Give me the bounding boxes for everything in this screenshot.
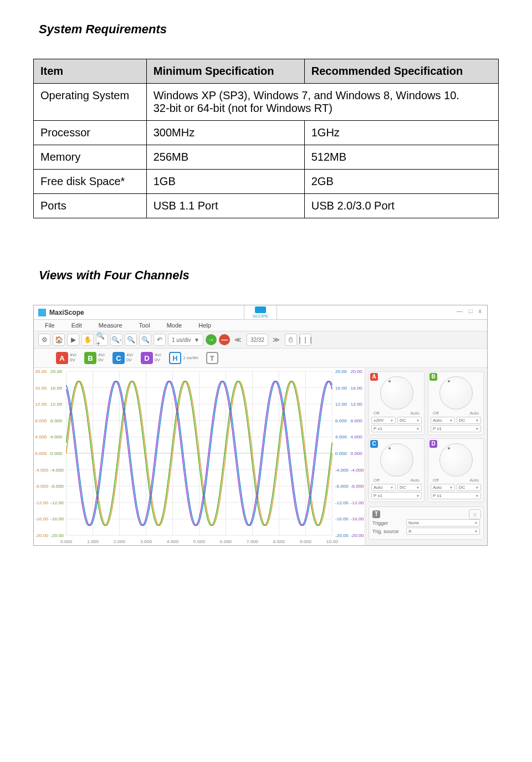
knob-a-dial[interactable] bbox=[380, 376, 413, 410]
knob-c[interactable]: C OffAuto AutoDC P x1 bbox=[369, 438, 424, 502]
home-icon[interactable]: 🏠 bbox=[53, 334, 65, 346]
svg-text:8.000: 8.000 bbox=[35, 418, 47, 423]
ch-c-o: 0V bbox=[126, 358, 133, 363]
svg-text:0.000: 0.000 bbox=[335, 451, 347, 456]
plot-area[interactable]: 20.0020.0020.0020.0016.0016.0016.0016.00… bbox=[34, 368, 365, 545]
auto-label: Auto bbox=[411, 478, 420, 483]
sel-a-couple[interactable]: DC bbox=[397, 417, 422, 424]
menu-help[interactable]: Help bbox=[198, 322, 211, 329]
sel-c-probe[interactable]: P x1 bbox=[371, 492, 422, 499]
stop-button[interactable]: — bbox=[219, 334, 230, 345]
sel-b-range[interactable]: Auto bbox=[431, 417, 455, 424]
knob-b-dial[interactable] bbox=[439, 376, 473, 410]
toolbar: ⚙ 🏠 ▶ ✋ 🔍+ 🔍- 🔍 🔍 ↶ 1 us/div ▼ → — ≪ 32/… bbox=[34, 331, 487, 349]
menu-measure[interactable]: Measure bbox=[99, 322, 122, 329]
svg-text:-8.000: -8.000 bbox=[335, 484, 349, 489]
scope-tab[interactable]: SCOPE bbox=[244, 305, 277, 320]
svg-text:12.00: 12.00 bbox=[335, 402, 347, 407]
snapshot-icon[interactable]: ⎙ bbox=[285, 334, 297, 346]
sel-a-probe[interactable]: P x1 bbox=[371, 425, 422, 432]
os-line2: 32-bit or 64-bit (not for Windows RT) bbox=[154, 102, 332, 114]
cursor-icon[interactable]: ▶ bbox=[67, 334, 79, 346]
channel-c-icon: C bbox=[112, 352, 125, 364]
timebase-select[interactable]: 1 us/div ▼ bbox=[168, 334, 203, 346]
cell-disk-rec: 2GB bbox=[304, 170, 498, 194]
svg-text:-8.000: -8.000 bbox=[350, 484, 364, 489]
knob-c-label: C bbox=[370, 440, 378, 448]
cell-os-item: Operating System bbox=[34, 84, 147, 121]
svg-text:-8.000: -8.000 bbox=[35, 484, 49, 489]
th-rec: Recommended Specification bbox=[304, 59, 498, 84]
run-button[interactable]: → bbox=[206, 334, 217, 345]
menu-tool[interactable]: Tool bbox=[139, 322, 150, 329]
channel-chip-a[interactable]: A 4V/0V bbox=[56, 352, 76, 364]
off-label: Off bbox=[433, 478, 439, 483]
channel-a-icon: A bbox=[56, 352, 68, 364]
settings-icon[interactable]: ⚙ bbox=[38, 334, 50, 346]
svg-text:8.000: 8.000 bbox=[335, 418, 347, 423]
svg-text:9.000: 9.000 bbox=[300, 539, 312, 544]
sel-d-range[interactable]: Auto bbox=[431, 484, 455, 491]
svg-text:-12.00: -12.00 bbox=[350, 500, 364, 505]
svg-text:-4.000: -4.000 bbox=[35, 468, 49, 473]
channel-chip-b[interactable]: B 4V/0V bbox=[84, 352, 105, 364]
svg-text:12.00: 12.00 bbox=[350, 402, 362, 407]
window-controls[interactable]: — □ x bbox=[457, 308, 484, 314]
hand-icon[interactable]: ✋ bbox=[81, 334, 94, 346]
zoom-out-icon[interactable]: 🔍- bbox=[110, 334, 122, 346]
zoom-in-icon[interactable]: 🔍+ bbox=[96, 334, 108, 346]
next-frame-icon[interactable]: ≫ bbox=[270, 334, 283, 346]
svg-text:16.00: 16.00 bbox=[50, 386, 63, 391]
scope-tab-icon bbox=[255, 306, 266, 313]
svg-text:-16.00: -16.00 bbox=[350, 517, 364, 522]
channel-b-icon: B bbox=[84, 352, 96, 364]
svg-text:4.000: 4.000 bbox=[35, 435, 47, 440]
knob-d[interactable]: D OffAuto AutoDC P x1 bbox=[428, 438, 484, 502]
menu-mode[interactable]: Mode bbox=[167, 322, 182, 329]
th-min: Minimum Specification bbox=[146, 59, 304, 84]
knob-c-dial[interactable] bbox=[380, 443, 413, 477]
trigger-label: Trigger bbox=[372, 520, 403, 526]
zoom-icon[interactable]: 🔍 bbox=[125, 334, 137, 346]
sel-b-probe[interactable]: P x1 bbox=[431, 425, 481, 432]
knob-a[interactable]: A OffAuto ±20VDC P x1 bbox=[369, 371, 424, 435]
svg-text:6.000: 6.000 bbox=[220, 539, 232, 544]
cell-proc-rec: 1GHz bbox=[304, 121, 498, 145]
titlebar[interactable]: MaxiScope SCOPE — □ x bbox=[34, 305, 487, 320]
trigger-mode-select[interactable]: None bbox=[406, 519, 480, 526]
menu-edit[interactable]: Edit bbox=[71, 322, 82, 329]
svg-text:-16.00: -16.00 bbox=[50, 517, 64, 522]
knob-b[interactable]: B OffAuto AutoDC P x1 bbox=[428, 371, 484, 435]
undo-icon[interactable]: ↶ bbox=[154, 334, 166, 346]
svg-text:0.000: 0.000 bbox=[60, 539, 73, 544]
knob-d-dial[interactable] bbox=[439, 443, 473, 477]
svg-text:-12.00: -12.00 bbox=[35, 500, 49, 505]
menu-file[interactable]: File bbox=[45, 322, 55, 329]
requirements-table: Item Minimum Specification Recommended S… bbox=[33, 59, 499, 218]
svg-text:8.000: 8.000 bbox=[50, 418, 63, 423]
spectrum-icon[interactable]: ❘❘❘ bbox=[299, 334, 311, 346]
trigger-edge-icon[interactable]: ⎍ bbox=[469, 509, 481, 519]
scope-tab-label: SCOPE bbox=[253, 314, 268, 319]
svg-text:12.00: 12.00 bbox=[35, 402, 47, 407]
svg-text:-16.00: -16.00 bbox=[335, 517, 349, 522]
sel-c-couple[interactable]: DC bbox=[397, 484, 422, 491]
ch-b-o: 0V bbox=[98, 358, 105, 363]
trigger-source-select[interactable]: A bbox=[406, 528, 480, 535]
prev-frame-icon[interactable]: ≪ bbox=[232, 334, 244, 346]
sel-d-probe[interactable]: P x1 bbox=[431, 492, 481, 499]
channel-chip-h[interactable]: H 1 us/div bbox=[169, 352, 198, 364]
sel-b-couple[interactable]: DC bbox=[457, 417, 481, 424]
sel-c-range[interactable]: Auto bbox=[371, 484, 396, 491]
zoom-fit-icon[interactable]: 🔍 bbox=[139, 334, 151, 346]
svg-text:0.000: 0.000 bbox=[50, 451, 63, 456]
frame-counter: 32/32 bbox=[247, 334, 268, 346]
sel-a-range[interactable]: ±20V bbox=[371, 417, 396, 424]
channel-chip-d[interactable]: D 4V/0V bbox=[141, 352, 161, 364]
cell-mem-item: Memory bbox=[34, 145, 147, 170]
svg-text:-16.00: -16.00 bbox=[35, 517, 49, 522]
sel-d-couple[interactable]: DC bbox=[457, 484, 481, 491]
channel-chip-t[interactable]: T bbox=[206, 352, 218, 364]
cell-ports-rec: USB 2.0/3.0 Port bbox=[304, 194, 498, 218]
channel-chip-c[interactable]: C 4V/0V bbox=[112, 352, 133, 364]
